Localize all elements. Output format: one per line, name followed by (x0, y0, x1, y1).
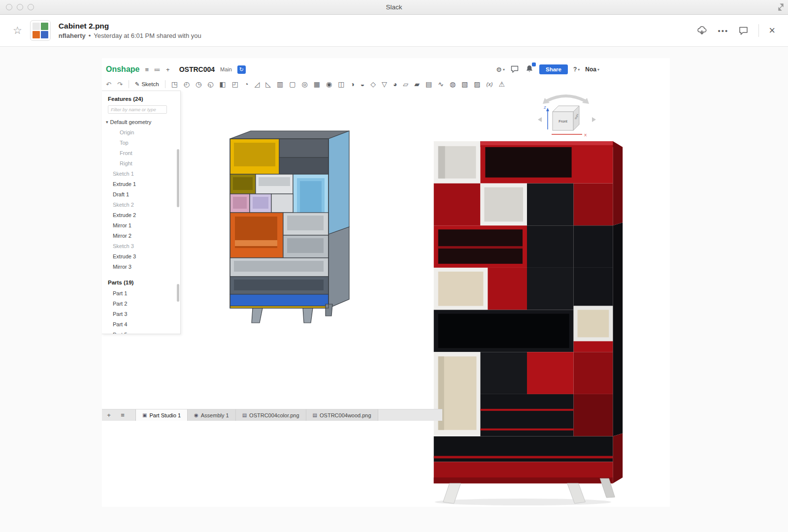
parts-scrollbar[interactable] (177, 284, 179, 302)
file-thumbnail (30, 20, 51, 41)
minimize-window-button[interactable] (17, 4, 23, 10)
comment-bubble-icon[interactable] (510, 65, 520, 74)
part-item-1[interactable]: Part 1 (102, 288, 180, 298)
sketch-button[interactable]: ✎ Sketch (135, 81, 159, 88)
part-studio-icon: ▣ (142, 412, 147, 418)
resize-icon[interactable] (777, 3, 785, 11)
modify-fillet-icon[interactable]: ◕ (393, 81, 397, 88)
mirror-icon[interactable]: ◫ (338, 81, 344, 88)
add-tab-button[interactable]: + (102, 409, 116, 421)
thicken-icon[interactable]: ◧ (220, 81, 226, 88)
extrude-icon[interactable]: ◳ (171, 81, 178, 88)
split-icon[interactable]: ◒ (361, 81, 364, 88)
warning-icon[interactable]: ⚠ (498, 81, 505, 88)
feature-item-origin[interactable]: Origin (102, 127, 180, 137)
close-window-button[interactable] (6, 4, 12, 10)
sheet-metal-icon[interactable]: ▧ (461, 81, 468, 88)
versions-icon[interactable]: ↻ (237, 65, 246, 74)
plane-icon[interactable]: ▤ (426, 81, 432, 88)
tab-assembly-1[interactable]: ◉ Assembly 1 (188, 409, 236, 421)
image-icon: ▤ (242, 412, 247, 418)
delete-part-icon[interactable]: ▽ (382, 81, 387, 88)
share-button[interactable]: Share (539, 64, 568, 74)
notification-badge (532, 63, 536, 66)
slack-window: Slack ☆ Cabinet 2.png nflaherty • Yester… (0, 0, 788, 532)
hole-icon[interactable]: ◎ (301, 81, 307, 88)
undo-icon[interactable]: ↶ (106, 81, 111, 88)
gear-icon: ⚙ (496, 66, 502, 73)
chevron-down-icon: ▾ (106, 120, 108, 125)
transform-icon[interactable]: ◇ (370, 81, 376, 88)
chevron-down-icon: ▾ (597, 67, 599, 72)
loft-icon[interactable]: ◵ (207, 81, 213, 88)
part-item-3[interactable]: Part 3 (102, 309, 180, 319)
boolean-icon[interactable]: ◑ (350, 81, 354, 88)
feature-item-default-geometry[interactable]: ▾ Default geometry (102, 117, 180, 127)
tab-list-icon[interactable]: ≡ (116, 409, 130, 421)
replace-face-icon[interactable]: ▰ (414, 81, 420, 88)
tab-part-studio-1[interactable]: ▣ Part Studio 1 (135, 409, 188, 421)
zoom-window-button[interactable] (28, 4, 34, 10)
appearance-icon[interactable]: ◍ (450, 81, 456, 88)
feature-item-sketch2[interactable]: Sketch 2 (102, 199, 180, 210)
revolve-icon[interactable]: ◴ (184, 81, 190, 88)
onshape-logo[interactable]: Onshape (106, 65, 139, 74)
insert-icon[interactable]: + (166, 66, 170, 73)
feature-item-extrude2[interactable]: Extrude 2 (102, 210, 180, 220)
file-preview-image[interactable]: Onshape ≡ ≔ + OSTRC004 Main ↻ ⚙ ▾ (102, 58, 670, 507)
window-title: Slack (0, 3, 788, 11)
feature-item-draft1[interactable]: Draft 1 (102, 189, 180, 199)
feature-item-sketch3[interactable]: Sketch 3 (102, 241, 180, 251)
shell-icon[interactable]: ▢ (289, 81, 296, 88)
part-item-2[interactable]: Part 2 (102, 298, 180, 309)
branch-label[interactable]: Main (220, 66, 232, 72)
features-filter-input[interactable] (108, 105, 167, 114)
chamfer-icon[interactable]: ◿ (254, 81, 260, 88)
feature-item-front[interactable]: Front (102, 148, 180, 158)
z-axis-label: Z (544, 105, 546, 110)
file-author[interactable]: nflaherty (59, 32, 86, 39)
feature-item-right[interactable]: Right (102, 158, 180, 168)
hamburger-menu-icon[interactable]: ≡ (145, 66, 149, 73)
comment-icon[interactable] (738, 26, 749, 36)
file-header: ☆ Cabinet 2.png nflaherty • Yesterday at… (0, 15, 788, 47)
notifications-bell-icon[interactable] (525, 64, 534, 75)
feature-item-extrude1[interactable]: Extrude 1 (102, 179, 180, 189)
features-scrollbar[interactable] (177, 149, 179, 207)
settings-menu[interactable]: ⚙ ▾ (496, 66, 505, 73)
part-item-4[interactable]: Part 4 (102, 319, 180, 329)
chevron-down-icon: ▾ (503, 67, 505, 72)
fillet-icon[interactable]: ◔ (244, 81, 248, 88)
feature-item-sketch1[interactable]: Sketch 1 (102, 168, 180, 179)
document-tree-icon[interactable]: ≔ (154, 66, 161, 73)
circular-pattern-icon[interactable]: ◉ (326, 81, 332, 88)
feature-item-top[interactable]: Top (102, 137, 180, 148)
feature-item-mirror1[interactable]: Mirror 1 (102, 220, 180, 230)
feature-item-mirror3[interactable]: Mirror 3 (102, 261, 180, 272)
rib-icon[interactable]: ▥ (277, 81, 283, 88)
helix-icon[interactable]: ∿ (438, 81, 444, 88)
help-menu[interactable]: ? ▾ (573, 66, 580, 73)
star-icon[interactable]: ☆ (13, 25, 22, 36)
download-icon[interactable] (696, 26, 708, 36)
variable-icon[interactable]: (x) (487, 82, 493, 87)
user-menu[interactable]: Noa ▾ (585, 66, 599, 73)
onshape-header: Onshape ≡ ≔ + OSTRC004 Main ↻ ⚙ ▾ (106, 62, 599, 77)
draft-icon[interactable]: ◺ (265, 81, 271, 88)
part-item-5[interactable]: Part 5 (102, 329, 180, 334)
linear-pattern-icon[interactable]: ▦ (314, 81, 320, 88)
feature-item-mirror2[interactable]: Mirror 2 (102, 230, 180, 241)
more-actions-icon[interactable]: ••• (718, 27, 728, 35)
file-meta: nflaherty • Yesterday at 6:01 PM shared … (59, 32, 201, 39)
image-icon: ▤ (313, 412, 317, 418)
tab-ostrc004wood-png[interactable]: ▤ OSTRC004wood.png (306, 409, 378, 421)
enclose-icon[interactable]: ◰ (232, 81, 238, 88)
tab-ostrc004color-png[interactable]: ▤ OSTRC004color.png (236, 409, 306, 421)
sweep-icon[interactable]: ◷ (196, 81, 201, 88)
close-preview-icon[interactable]: × (769, 25, 775, 36)
feature-item-extrude3[interactable]: Extrude 3 (102, 251, 180, 261)
frame-icon[interactable]: ▨ (474, 81, 480, 88)
move-face-icon[interactable]: ▱ (403, 81, 408, 88)
redo-icon[interactable]: ↷ (117, 81, 123, 88)
parts-header: Parts (19) (102, 275, 180, 288)
